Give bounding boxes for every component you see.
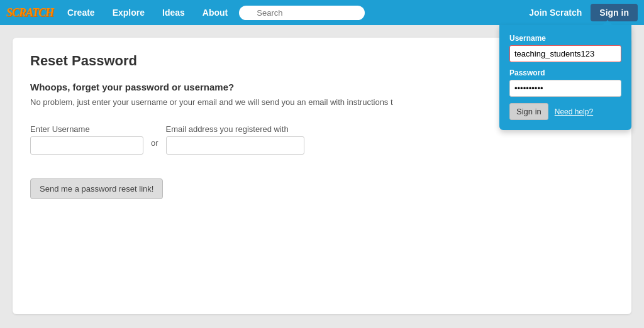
dropdown-password-input[interactable]: [509, 80, 621, 97]
nav-explore[interactable]: Explore: [104, 8, 153, 18]
signin-dropdown: Username Password Sign in Need help?: [499, 25, 631, 130]
nav-links: Create Explore Ideas About: [58, 6, 523, 20]
dropdown-username-label: Username: [509, 34, 621, 43]
logo[interactable]: SCRATCH: [6, 6, 53, 19]
username-label: Enter Username: [30, 124, 143, 134]
description: No problem, just enter your username or …: [30, 97, 458, 107]
nav-about[interactable]: About: [194, 8, 236, 18]
dropdown-signin-button[interactable]: Sign in: [509, 103, 548, 120]
email-label: Email address you registered with: [166, 124, 304, 134]
or-separator: or: [143, 138, 166, 148]
dropdown-actions: Sign in Need help?: [509, 103, 621, 120]
email-input[interactable]: [166, 136, 304, 155]
username-group: Enter Username: [30, 124, 143, 155]
join-scratch-link[interactable]: Join Scratch: [523, 8, 588, 18]
navbar: SCRATCH Create Explore Ideas About Join …: [0, 0, 644, 25]
email-group: Email address you registered with: [166, 124, 304, 155]
username-input[interactable]: [30, 136, 143, 155]
dropdown-username-input[interactable]: [509, 45, 621, 62]
reset-button[interactable]: Send me a password reset link!: [30, 178, 163, 199]
nav-right: Join Scratch Sign in: [523, 4, 638, 21]
search-wrap: [239, 6, 365, 20]
nav-create[interactable]: Create: [58, 8, 104, 18]
nav-ideas[interactable]: Ideas: [153, 8, 194, 18]
dropdown-help-link[interactable]: Need help?: [555, 107, 593, 116]
search-input[interactable]: [239, 6, 365, 20]
main-wrapper: Reset Password Whoops, forget your passw…: [0, 25, 644, 327]
dropdown-password-label: Password: [509, 68, 621, 77]
signin-button[interactable]: Sign in: [591, 4, 638, 21]
